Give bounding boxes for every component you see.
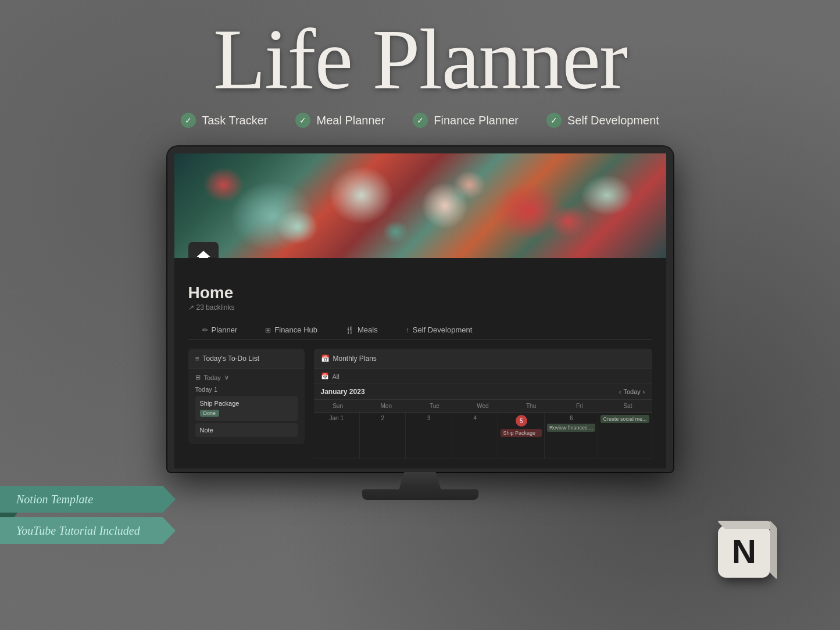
monitor-container: Home ↗ 23 backlinks ✏ Planner ⊞ Finance … [0,146,840,500]
ribbon-container: Notion Template YouTube Tutorial Include… [0,486,176,549]
feature-label: Meal Planner [316,114,385,127]
main-grid: ≡ Today's To-Do List ⊞ Today ∨ T [188,349,652,468]
monitor-stand [167,472,673,500]
home-icon [188,242,219,258]
nav-tab-label: Self Development [413,325,473,334]
check-icon: ✓ [181,113,196,128]
calendar-grid: Sun Mon Tue Wed Thu Fri Sat [314,400,652,459]
ribbon-youtube-text: YouTube Tutorial Included [16,524,140,538]
cal-header-row: Sun Mon Tue Wed Thu Fri Sat [314,400,652,413]
home-icon-area [188,242,219,258]
filter-label: Today [204,374,221,381]
panel-header: ≡ Today's To-Do List [188,349,305,369]
today-section: Today 1 [195,386,298,393]
nav-tab-finance-hub[interactable]: ⊞ Finance Hub [251,321,331,339]
left-panel: ≡ Today's To-Do List ⊞ Today ∨ T [188,349,305,459]
check-icon: ✓ [546,113,562,128]
nav-tab-label: Meals [358,325,378,334]
cal-cell-sat: Create social me... [598,413,652,459]
panel-title: Today's To-Do List [203,355,259,363]
cal-body: Jan 1 2 3 [314,413,652,459]
filter-cal-icon: 📅 [321,373,329,380]
monitor-screen: Home ↗ 23 backlinks ✏ Planner ⊞ Finance … [167,146,673,472]
ribbon-notion-shadow [0,513,17,517]
calendar-nav: January 2023 ‹ Today › [314,384,652,400]
cal-cell-mon: 2 [360,413,406,459]
page-wrapper: Life Planner ✓ Task Tracker ✓ Meal Plann… [0,0,840,630]
ribbon-youtube-tail [163,517,176,544]
ribbon-notion-tail [163,486,176,513]
feature-task-tracker: ✓ Task Tracker [181,113,267,128]
backlinks: ↗ 23 backlinks [188,303,652,312]
ribbon-notion-text: Notion Template [16,493,93,506]
nav-tab-icon: ✏ [202,326,208,334]
nav-tab-label: Finance Hub [274,325,317,334]
stand-neck [394,472,446,489]
cal-cell-tue: 3 [406,413,452,459]
ribbon-youtube: YouTube Tutorial Included [0,517,176,544]
ribbon-youtube-body: YouTube Tutorial Included [0,517,163,544]
task-item-1: Ship Package Done [195,396,298,421]
feature-finance-planner: ✓ Finance Planner [413,113,519,128]
flower-banner [174,153,666,258]
check-icon: ✓ [295,113,310,128]
app-page-title: Home [188,284,652,302]
notion-badge: N [718,525,770,578]
monitor-body: Home ↗ 23 backlinks ✏ Planner ⊞ Finance … [167,146,673,472]
page-title: Life Planner [0,0,840,102]
stand-base [362,489,478,500]
calendar-title: Monthly Plans [333,355,377,363]
calendar-filter: 📅 All [314,369,652,384]
app-content: Home ↗ 23 backlinks ✏ Planner ⊞ Finance … [174,258,666,468]
right-panel: 📅 Monthly Plans 📅 All January 2023 [314,349,652,459]
cal-cell-thu: 5 Ship Package [498,413,544,459]
nav-tab-meals[interactable]: 🍴 Meals [331,321,392,339]
nav-tab-icon: 🍴 [345,326,354,334]
monitor: Home ↗ 23 backlinks ✏ Planner ⊞ Finance … [167,146,673,500]
check-icon: ✓ [413,113,428,128]
nav-tab-self-development[interactable]: ↑ Self Development [392,321,487,339]
list-icon: ≡ [195,355,199,363]
calendar-month: January 2023 [321,388,365,396]
feature-self-development: ✓ Self Development [546,113,659,128]
notion-logo-letter: N [732,535,756,568]
nav-tab-planner[interactable]: ✏ Planner [188,321,252,339]
features-row: ✓ Task Tracker ✓ Meal Planner ✓ Finance … [0,113,840,128]
ribbon-notion-body: Notion Template [0,486,163,513]
feature-label: Self Development [567,114,659,127]
filter-icon: ⊞ [195,374,201,381]
nav-tab-icon: ↑ [406,326,409,334]
nav-tab-icon: ⊞ [265,326,271,334]
task-item-2: Note [195,423,298,437]
app-title-area: Home ↗ 23 backlinks [188,267,652,316]
feature-meal-planner: ✓ Meal Planner [295,113,385,128]
cal-cell-wed: 4 [452,413,498,459]
ribbon-notion: Notion Template [0,486,176,513]
nav-tab-label: Planner [212,325,238,334]
cal-cell-sun: Jan 1 [314,413,360,459]
cal-cell-fri: 6 Review finances ... [545,413,599,459]
filter-row: ⊞ Today ∨ [195,374,298,381]
nav-tabs: ✏ Planner ⊞ Finance Hub 🍴 Meals ↑ Self D… [188,316,652,339]
calendar-icon: 📅 [321,355,330,363]
feature-label: Task Tracker [202,114,267,127]
panel-sub: ⊞ Today ∨ Today 1 Ship Package Done [188,369,305,444]
calendar-header: 📅 Monthly Plans [314,349,652,369]
calendar-today-nav[interactable]: ‹ Today › [619,388,645,395]
feature-label: Finance Planner [434,114,519,127]
link-icon: ↗ [188,303,194,312]
